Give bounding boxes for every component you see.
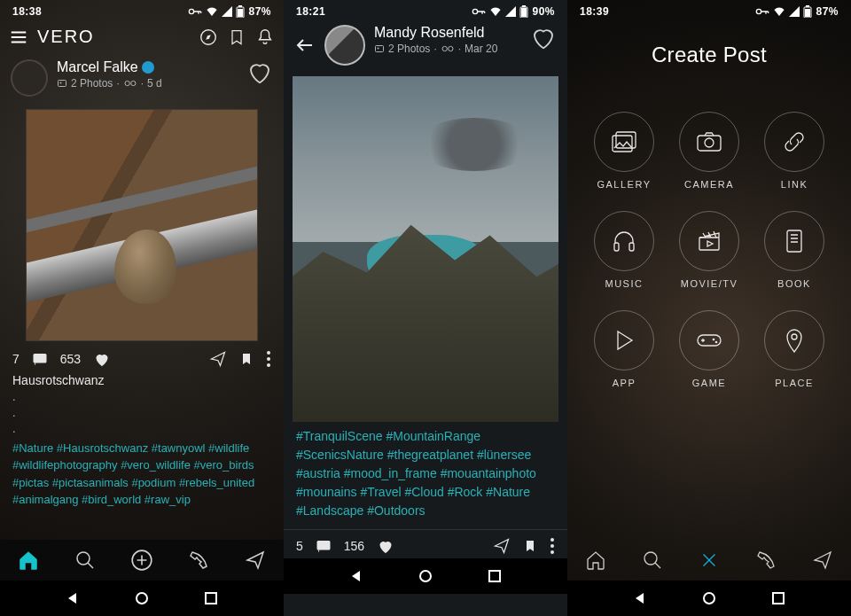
system-nav xyxy=(567,581,851,616)
svg-point-45 xyxy=(715,341,718,344)
svg-point-27 xyxy=(550,544,554,548)
share-icon[interactable] xyxy=(209,350,227,368)
svg-rect-16 xyxy=(206,593,216,604)
app-logo[interactable]: VERO xyxy=(37,27,95,47)
post-author[interactable]: Mandy Rosenfeld xyxy=(374,25,521,41)
create-options-grid: GALLERY CAMERA LINK MUSIC MOVIE/TV BOOK … xyxy=(567,112,851,388)
nav-home-icon[interactable] xyxy=(17,549,40,572)
option-link[interactable]: LINK xyxy=(752,112,837,190)
post-image[interactable] xyxy=(26,109,258,341)
vpn-key-icon xyxy=(472,7,486,16)
svg-rect-39 xyxy=(614,243,619,251)
bell-icon[interactable] xyxy=(255,27,275,47)
post-hashtags[interactable]: #TranquilScene #MountainRange #ScenicsNa… xyxy=(284,422,567,526)
post-caption: Hausrotschwanz xyxy=(0,371,284,389)
nav-search-icon[interactable] xyxy=(641,549,664,572)
gamepad-icon xyxy=(696,331,722,349)
menu-icon[interactable] xyxy=(9,27,28,47)
comment-icon[interactable] xyxy=(32,352,48,366)
avatar[interactable] xyxy=(324,25,365,66)
option-gallery[interactable]: GALLERY xyxy=(582,112,667,190)
svg-point-26 xyxy=(550,538,554,542)
avatar[interactable] xyxy=(11,59,48,97)
status-time: 18:21 xyxy=(296,5,325,18)
like-count[interactable]: 156 xyxy=(344,539,364,553)
divider xyxy=(284,529,567,530)
nav-call-icon[interactable] xyxy=(187,549,210,572)
wifi-icon xyxy=(489,6,502,17)
svg-point-44 xyxy=(713,339,715,341)
option-game[interactable]: GAME xyxy=(667,310,752,388)
svg-rect-35 xyxy=(616,132,636,148)
option-label: GALLERY xyxy=(597,179,651,190)
svg-point-8 xyxy=(130,81,135,85)
sys-back-icon[interactable] xyxy=(348,568,364,584)
like-outline-icon[interactable] xyxy=(246,59,273,86)
heart-filled-icon[interactable] xyxy=(377,538,394,554)
nav-send-icon[interactable] xyxy=(811,549,834,572)
comment-icon[interactable] xyxy=(316,539,332,553)
status-bar: 18:38 87% xyxy=(0,0,284,19)
svg-rect-42 xyxy=(787,230,801,252)
nav-send-icon[interactable] xyxy=(244,549,267,572)
back-arrow-icon[interactable] xyxy=(294,35,316,56)
option-music[interactable]: MUSIC xyxy=(582,211,667,289)
svg-point-10 xyxy=(267,351,270,355)
svg-point-23 xyxy=(442,46,447,51)
option-label: PLACE xyxy=(775,378,814,388)
bottom-nav xyxy=(0,540,284,581)
sys-back-icon[interactable] xyxy=(65,590,81,606)
option-app[interactable]: APP xyxy=(582,310,667,388)
option-label: MUSIC xyxy=(605,278,644,289)
comment-count[interactable]: 7 xyxy=(12,352,20,366)
bookmark-action-icon[interactable] xyxy=(523,537,537,555)
nav-search-icon[interactable] xyxy=(74,549,97,572)
sys-back-icon[interactable] xyxy=(632,590,648,606)
gallery-icon xyxy=(611,130,637,153)
comment-count[interactable]: 5 xyxy=(296,539,303,553)
post-author[interactable]: Marcel Falke xyxy=(57,59,238,75)
svg-point-0 xyxy=(190,9,194,13)
svg-point-13 xyxy=(77,552,90,565)
like-count[interactable]: 653 xyxy=(60,352,81,366)
share-icon[interactable] xyxy=(493,537,511,555)
option-label: MOVIE/TV xyxy=(681,278,738,289)
option-place[interactable]: PLACE xyxy=(752,310,837,388)
option-label: LINK xyxy=(781,179,808,190)
status-right: 87% xyxy=(188,5,271,18)
option-camera[interactable]: CAMERA xyxy=(667,112,752,190)
headphones-icon xyxy=(612,230,636,253)
bookmark-action-icon[interactable] xyxy=(239,350,254,368)
screen-post-detail: 18:21 90% Mandy Rosenfeld 2 Photos · · M… xyxy=(284,0,567,616)
system-nav xyxy=(0,581,284,616)
status-battery-pct: 90% xyxy=(532,5,555,18)
svg-point-28 xyxy=(550,550,554,554)
option-label: APP xyxy=(613,378,636,388)
nav-home-icon[interactable] xyxy=(584,549,607,572)
sys-recent-icon[interactable] xyxy=(770,590,786,606)
post-hashtags[interactable]: #Nature #Hausrotschwanz #tawnyowl #wildl… xyxy=(0,438,284,509)
svg-rect-21 xyxy=(376,46,384,52)
bookmark-icon[interactable] xyxy=(227,27,246,47)
compass-icon[interactable] xyxy=(199,27,218,47)
photo-icon xyxy=(57,78,67,89)
post-header: Marcel Falke 2 Photos · · 5 d xyxy=(0,54,284,102)
more-icon[interactable] xyxy=(266,350,271,368)
nav-call-icon[interactable] xyxy=(754,549,777,572)
author-name: Mandy Rosenfeld xyxy=(374,25,485,41)
system-nav xyxy=(284,558,567,594)
option-movie[interactable]: MOVIE/TV xyxy=(667,211,752,289)
heart-filled-icon[interactable] xyxy=(93,351,111,367)
sys-home-icon[interactable] xyxy=(418,568,433,584)
sys-home-icon[interactable] xyxy=(134,590,150,606)
post-image[interactable] xyxy=(293,76,558,422)
more-icon[interactable] xyxy=(550,537,555,555)
sys-home-icon[interactable] xyxy=(701,590,717,606)
like-outline-icon[interactable] xyxy=(530,25,557,51)
nav-close-icon[interactable] xyxy=(698,549,721,572)
caption-truncated: ... xyxy=(0,389,284,438)
nav-add-icon[interactable] xyxy=(130,549,153,572)
sys-recent-icon[interactable] xyxy=(203,590,219,606)
option-book[interactable]: BOOK xyxy=(752,211,837,289)
sys-recent-icon[interactable] xyxy=(487,568,503,584)
